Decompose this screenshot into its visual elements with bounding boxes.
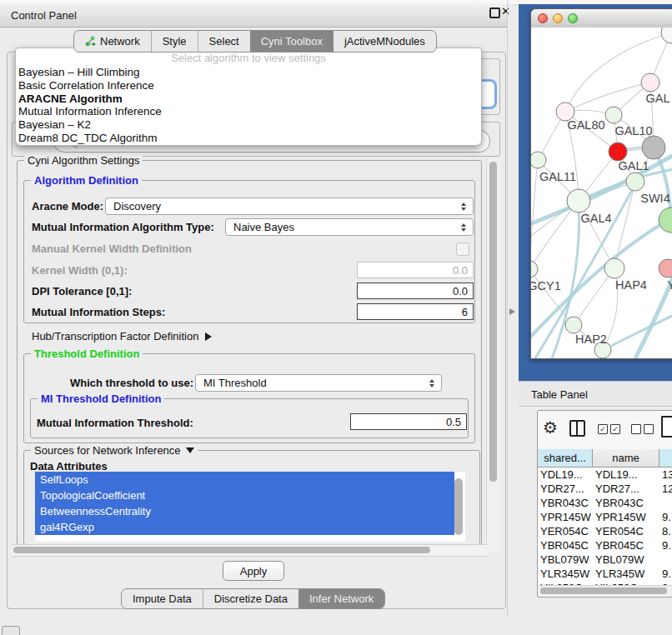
aracne-mode-value: Discovery bbox=[113, 200, 161, 212]
table-cell: YDL19... bbox=[593, 468, 659, 482]
table-cell: YER054C bbox=[538, 524, 593, 538]
network-node[interactable] bbox=[659, 259, 672, 278]
algorithm-option-bayesian-hill-climbing[interactable]: Bayesian – Hill Climbing bbox=[16, 66, 481, 79]
mi-steps-input[interactable]: 6 bbox=[357, 303, 474, 320]
tab-select[interactable]: Select bbox=[198, 31, 250, 52]
algorithm-option-aracne-algorithm[interactable]: ARACNE Algorithm bbox=[16, 92, 481, 106]
minimize-traffic-light-icon[interactable] bbox=[553, 13, 563, 23]
network-node[interactable] bbox=[661, 28, 672, 43]
unchecked-column-icon[interactable] bbox=[631, 424, 641, 434]
gear-icon[interactable]: ⚙ bbox=[543, 418, 558, 438]
manual-kernel-label: Manual Kernel Width Definition bbox=[32, 242, 192, 255]
network-node[interactable] bbox=[567, 189, 590, 212]
table-horizontal-scrollbar-thumb[interactable] bbox=[540, 588, 667, 594]
tab-style[interactable]: Style bbox=[151, 31, 198, 52]
column-header-a[interactable]: A bbox=[659, 449, 672, 468]
apply-button[interactable]: Apply bbox=[223, 561, 284, 581]
algorithm-option-dream8-dc-tdc-algorithm[interactable]: Dream8 DC_TDC Algorithm bbox=[16, 132, 481, 145]
network-node[interactable] bbox=[659, 208, 672, 232]
settings-vertical-scrollbar-thumb[interactable] bbox=[489, 162, 497, 482]
algorithm-option-mutual-information-inference[interactable]: Mutual Information Inference bbox=[16, 105, 481, 118]
attribute-item-selfloops[interactable]: SelfLoops bbox=[35, 472, 454, 488]
network-node[interactable] bbox=[605, 107, 622, 123]
table-body: YDL19...YDL19...13YDR27...YDR27...12YBR0… bbox=[538, 468, 672, 585]
network-window[interactable]: GALGAL80GAL10GAL1GAL11SWI4GAL4GCY1HAP4YH… bbox=[530, 8, 672, 359]
network-node-label: HAP2 bbox=[575, 332, 607, 346]
network-node[interactable] bbox=[642, 136, 665, 159]
algorithm-definition-title: Algorithm Definition bbox=[31, 174, 142, 187]
tab-cyni-toolbox[interactable]: Cyni Toolbox bbox=[250, 31, 333, 52]
split-collapse-arrow-icon[interactable] bbox=[509, 308, 515, 315]
spinner-arrows-icon bbox=[461, 202, 466, 211]
algorithm-option-basic-correlation-inference[interactable]: Basic Correlation Inference bbox=[16, 79, 481, 92]
algorithm-list: Bayesian – Hill ClimbingBasic Correlatio… bbox=[16, 66, 481, 145]
float-window-icon[interactable] bbox=[489, 8, 500, 18]
checked-column-icon[interactable]: ✓ bbox=[598, 424, 608, 434]
network-canvas[interactable]: GALGAL80GAL10GAL1GAL11SWI4GAL4GCY1HAP4YH… bbox=[531, 28, 672, 358]
close-icon[interactable]: ✕ bbox=[501, 5, 510, 18]
mi-steps-label: Mutual Information Steps: bbox=[32, 306, 165, 318]
tab-discretize-data[interactable]: Discretize Data bbox=[203, 589, 298, 608]
aracne-mode-combo[interactable]: Discovery bbox=[105, 198, 474, 215]
unchecked-column-icon[interactable] bbox=[644, 424, 654, 434]
table-cell: YER054C bbox=[593, 524, 659, 538]
network-node[interactable] bbox=[604, 258, 624, 278]
minimized-panel-icon[interactable] bbox=[2, 626, 20, 635]
table-row[interactable]: YLR345WYLR345W9. bbox=[538, 567, 672, 581]
network-node[interactable] bbox=[641, 73, 659, 92]
manual-kernel-checkbox[interactable] bbox=[456, 242, 469, 256]
mi-type-combo[interactable]: Naive Bayes bbox=[225, 218, 474, 236]
network-window-titlebar[interactable] bbox=[531, 9, 672, 28]
attributes-scrollbar-thumb[interactable] bbox=[454, 478, 463, 535]
cyni-algorithm-settings-title: Cyni Algorithm Settings bbox=[24, 154, 143, 167]
table-row[interactable]: YDR27...YDR27...12 bbox=[538, 482, 672, 496]
close-traffic-light-icon[interactable] bbox=[538, 13, 548, 23]
network-node-label: GAL11 bbox=[539, 170, 576, 183]
table-horizontal-scrollbar[interactable] bbox=[539, 585, 672, 596]
table-row[interactable]: YBR045CYBR045C9. bbox=[538, 538, 672, 552]
algorithm-option-bayesian-k2[interactable]: Bayesian – K2 bbox=[16, 118, 481, 132]
network-node[interactable] bbox=[565, 317, 582, 333]
control-panel-tabbar: NetworkStyleSelectCyni ToolboxjActiveMNo… bbox=[73, 30, 437, 52]
attribute-item-betweennesscentrality[interactable]: BetweennessCentrality bbox=[35, 503, 454, 519]
kernel-width-input[interactable]: 0.0 bbox=[357, 262, 474, 278]
table-cell: YDL19... bbox=[538, 468, 593, 482]
dpi-tolerance-input[interactable]: 0.0 bbox=[357, 282, 474, 299]
column-header-name[interactable]: name bbox=[593, 449, 659, 468]
split-columns-icon[interactable] bbox=[569, 420, 585, 437]
mi-threshold-input[interactable]: 0.5 bbox=[350, 413, 467, 430]
tab-jactivemnodules[interactable]: jActiveMNodules bbox=[333, 31, 436, 52]
which-threshold-combo[interactable]: MI Threshold bbox=[195, 374, 442, 392]
tab-impute-data[interactable]: Impute Data bbox=[122, 589, 203, 608]
network-node[interactable] bbox=[531, 261, 538, 278]
column-header-shared-[interactable]: shared... bbox=[538, 449, 593, 468]
tab-infer-network[interactable]: Infer Network bbox=[298, 589, 384, 608]
attribute-item-topologicalcoefficient[interactable]: TopologicalCoefficient bbox=[35, 488, 454, 503]
control-panel-title: Control Panel bbox=[11, 9, 77, 22]
attribute-item-gal4rgexp[interactable]: gal4RGexp bbox=[35, 519, 454, 535]
table-row[interactable]: YBL079WYBL079W bbox=[538, 552, 672, 567]
table-row[interactable]: YPR145WYPR145W9. bbox=[538, 510, 672, 524]
table-row[interactable]: YBR043CYBR043C bbox=[538, 496, 672, 510]
control-panel-header: Control Panel bbox=[0, 3, 507, 28]
sources-title[interactable]: Sources for Network Inference bbox=[31, 444, 198, 457]
settings-horizontal-scrollbar-thumb[interactable] bbox=[13, 547, 430, 553]
settings-vertical-scrollbar[interactable] bbox=[486, 158, 500, 552]
table-cell: 13 bbox=[659, 468, 672, 482]
checked-column-icon[interactable]: ✓ bbox=[610, 424, 620, 434]
tab-network[interactable]: Network bbox=[74, 31, 151, 52]
spinner-arrows-icon bbox=[461, 223, 466, 232]
table-row[interactable]: YER054CYER054C8. bbox=[538, 524, 672, 538]
table-cell bbox=[659, 496, 672, 510]
network-node[interactable] bbox=[531, 152, 546, 168]
network-node[interactable] bbox=[626, 172, 644, 191]
threshold-definition-title: Threshold Definition bbox=[31, 348, 143, 360]
hub-section-toggle[interactable]: Hub/Transcription Factor Definition bbox=[32, 330, 212, 342]
document-icon[interactable] bbox=[661, 416, 672, 438]
zoom-traffic-light-icon[interactable] bbox=[568, 13, 578, 23]
mi-type-value: Naive Bayes bbox=[233, 221, 294, 233]
data-attributes-list[interactable]: SelfLoopsTopologicalCoefficientBetweenne… bbox=[35, 472, 465, 542]
network-node[interactable] bbox=[609, 142, 627, 161]
table-row[interactable]: YDL19...YDL19...13 bbox=[538, 468, 672, 482]
settings-horizontal-scrollbar[interactable] bbox=[12, 544, 487, 557]
